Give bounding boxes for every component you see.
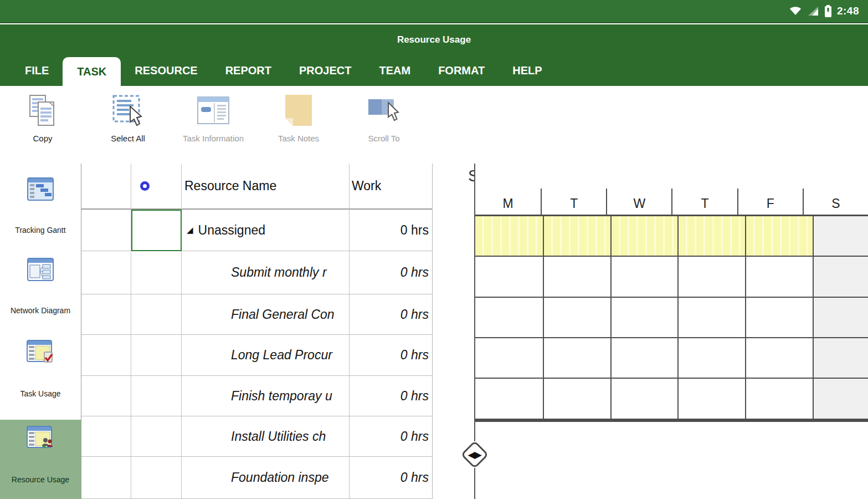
scroll-to-button[interactable]: Scroll To bbox=[341, 86, 427, 164]
usage-cell[interactable] bbox=[677, 338, 745, 378]
usage-cell[interactable] bbox=[543, 379, 610, 419]
grid-row bbox=[475, 379, 868, 420]
row-header-cell[interactable] bbox=[81, 376, 131, 416]
indicator-cell[interactable] bbox=[131, 251, 182, 294]
work-cell[interactable]: 0 hrs bbox=[350, 335, 433, 376]
usage-cell[interactable] bbox=[610, 257, 678, 297]
usage-cell[interactable] bbox=[475, 216, 543, 256]
page-title: Resource Usage bbox=[397, 34, 471, 45]
usage-cell[interactable] bbox=[813, 257, 868, 297]
usage-cell[interactable] bbox=[610, 298, 678, 337]
day-header-cell: W bbox=[606, 189, 671, 215]
work-column-header[interactable]: Work bbox=[350, 164, 433, 210]
usage-cell[interactable] bbox=[475, 298, 543, 337]
table-row: Submit monthly r 0 hrs bbox=[81, 251, 432, 294]
usage-cell[interactable] bbox=[475, 338, 543, 378]
usage-cell[interactable] bbox=[677, 257, 745, 297]
grid-row bbox=[475, 298, 868, 338]
indicator-cell[interactable] bbox=[131, 210, 182, 251]
indicator-column-header[interactable] bbox=[131, 164, 182, 210]
usage-cell[interactable] bbox=[543, 216, 610, 256]
indicator-cell[interactable] bbox=[131, 335, 182, 376]
row-header-cell[interactable] bbox=[81, 251, 131, 294]
usage-cell[interactable] bbox=[610, 216, 678, 256]
menu-tab[interactable]: FORMAT bbox=[424, 55, 499, 86]
row-header-cell[interactable] bbox=[81, 335, 131, 376]
usage-cell[interactable] bbox=[543, 338, 610, 378]
sidebar-item-network-diagram[interactable]: Network Diagram bbox=[0, 258, 81, 317]
usage-cell[interactable] bbox=[745, 379, 813, 419]
work-cell[interactable]: 0 hrs bbox=[350, 294, 433, 335]
menu-tab[interactable]: PROJECT bbox=[285, 55, 365, 86]
table-row: Foundation inspe 0 hrs bbox=[81, 457, 432, 499]
timescale-major-row bbox=[475, 164, 868, 189]
task-information-button[interactable]: Task Information bbox=[171, 86, 256, 164]
menu-tab[interactable]: RESOURCE bbox=[121, 55, 211, 86]
resource-name-cell[interactable]: Final General Con bbox=[182, 294, 350, 335]
resource-name-cell[interactable]: Install Utilities ch bbox=[182, 416, 350, 457]
usage-cell[interactable] bbox=[543, 257, 610, 297]
usage-cell[interactable] bbox=[813, 216, 868, 256]
usage-cell[interactable] bbox=[745, 257, 813, 297]
task-information-icon bbox=[197, 93, 230, 128]
task-notes-icon bbox=[284, 93, 313, 128]
sidebar-item-resource-usage[interactable]: Resource Usage bbox=[0, 420, 81, 499]
select-all-icon bbox=[112, 93, 144, 128]
usage-cell[interactable] bbox=[745, 216, 813, 256]
work-cell[interactable]: 0 hrs bbox=[350, 416, 433, 457]
menu-bar: FILE TASK RESOURCE REPORT PROJECT TEAM F… bbox=[0, 55, 868, 86]
usage-cell[interactable] bbox=[745, 298, 813, 337]
menu-tab[interactable]: FILE bbox=[11, 55, 63, 86]
title-bar: Resource Usage bbox=[0, 24, 868, 55]
row-header-cell[interactable] bbox=[81, 457, 131, 499]
work-cell[interactable]: 0 hrs bbox=[350, 457, 433, 499]
task-notes-button[interactable]: Task Notes bbox=[256, 86, 341, 164]
row-header-cell[interactable] bbox=[81, 294, 131, 335]
usage-cell[interactable] bbox=[475, 257, 543, 297]
select-all-button[interactable]: Select All bbox=[85, 86, 171, 164]
sidebar-item-task-usage[interactable]: Task Usage bbox=[0, 340, 81, 400]
usage-cell[interactable] bbox=[610, 338, 678, 378]
usage-cell[interactable] bbox=[677, 298, 745, 337]
resource-name-cell[interactable]: Long Lead Procur bbox=[182, 335, 350, 376]
menu-tab[interactable]: TEAM bbox=[365, 55, 424, 86]
usage-cell[interactable] bbox=[813, 379, 868, 419]
usage-cell[interactable] bbox=[745, 338, 813, 378]
day-header-cell: S bbox=[803, 189, 868, 215]
resource-name-cell[interactable]: Foundation inspe bbox=[182, 457, 350, 499]
resource-name-column-header[interactable]: Resource Name bbox=[182, 164, 350, 210]
usage-cell[interactable] bbox=[813, 298, 868, 337]
resource-name-cell[interactable]: Finish temporay u bbox=[182, 376, 350, 416]
indicator-cell[interactable] bbox=[131, 457, 182, 499]
indicator-cell[interactable] bbox=[131, 294, 182, 335]
usage-cell[interactable] bbox=[543, 298, 610, 337]
usage-cell[interactable] bbox=[677, 379, 745, 419]
work-cell[interactable]: 0 hrs bbox=[350, 376, 433, 416]
copy-button[interactable]: Copy bbox=[0, 86, 85, 164]
resource-usage-table: Resource Name Work ◢ Unassigned 0 hrs bbox=[81, 164, 433, 499]
expand-collapse-icon[interactable]: ◢ bbox=[187, 225, 193, 235]
usage-cell[interactable] bbox=[475, 379, 543, 419]
work-cell[interactable]: 0 hrs bbox=[350, 210, 433, 251]
resource-name-cell[interactable]: ◢ Unassigned bbox=[182, 210, 350, 251]
indicator-cell[interactable] bbox=[131, 416, 182, 457]
menu-tab[interactable]: TASK bbox=[63, 57, 121, 86]
day-header-cell: F bbox=[737, 189, 803, 215]
resource-usage-icon bbox=[27, 426, 54, 452]
row-header-cell[interactable] bbox=[81, 416, 131, 457]
usage-cell[interactable] bbox=[610, 379, 678, 419]
menu-tab[interactable]: REPORT bbox=[212, 55, 285, 86]
indicator-cell[interactable] bbox=[131, 376, 182, 416]
grid-row bbox=[475, 338, 868, 379]
pane-splitter-handle[interactable]: ◀▶ bbox=[465, 445, 485, 465]
row-header-cell[interactable] bbox=[81, 210, 131, 251]
sidebar-item-tracking-gantt[interactable]: Tracking Gantt bbox=[0, 177, 81, 236]
menu-tab[interactable]: HELP bbox=[499, 55, 556, 86]
timescale-clipped-label: S bbox=[468, 167, 474, 189]
ribbon-toolbar: Copy Select All Task Informatio bbox=[0, 86, 868, 164]
work-cell[interactable]: 0 hrs bbox=[350, 251, 433, 294]
resource-name-cell[interactable]: Submit monthly r bbox=[182, 251, 350, 294]
grid-row bbox=[475, 421, 868, 422]
usage-cell[interactable] bbox=[677, 216, 745, 256]
usage-cell[interactable] bbox=[813, 338, 868, 378]
